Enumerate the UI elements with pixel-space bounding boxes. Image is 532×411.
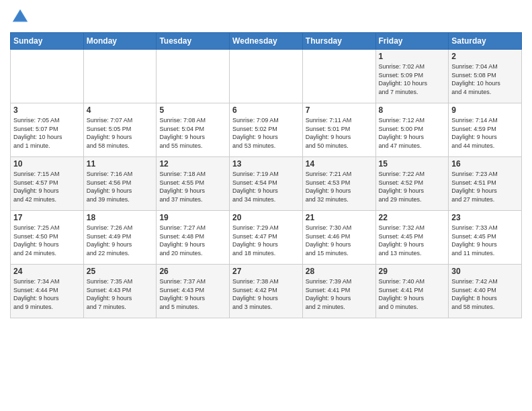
day-info: Sunrise: 7:22 AM Sunset: 4:52 PM Dayligh… bbox=[379, 170, 446, 203]
svg-marker-1 bbox=[13, 11, 27, 21]
day-cell: 25Sunrise: 7:35 AM Sunset: 4:43 PM Dayli… bbox=[83, 265, 157, 318]
day-info: Sunrise: 7:29 AM Sunset: 4:47 PM Dayligh… bbox=[232, 224, 300, 257]
day-number: 11 bbox=[87, 159, 154, 169]
day-cell: 30Sunrise: 7:42 AM Sunset: 4:40 PM Dayli… bbox=[449, 265, 522, 318]
day-number: 19 bbox=[159, 213, 226, 222]
day-cell: 4Sunrise: 7:07 AM Sunset: 5:05 PM Daylig… bbox=[83, 103, 157, 157]
day-number: 15 bbox=[379, 159, 446, 169]
day-info: Sunrise: 7:38 AM Sunset: 4:42 PM Dayligh… bbox=[232, 277, 300, 311]
day-info: Sunrise: 7:42 AM Sunset: 4:40 PM Dayligh… bbox=[451, 277, 519, 311]
day-info: Sunrise: 7:35 AM Sunset: 4:43 PM Dayligh… bbox=[87, 277, 154, 311]
day-number: 2 bbox=[451, 52, 519, 61]
logo-icon bbox=[10, 7, 30, 27]
col-header-thursday: Thursday bbox=[302, 33, 375, 50]
day-number: 23 bbox=[451, 213, 519, 222]
week-row-4: 17Sunrise: 7:25 AM Sunset: 4:50 PM Dayli… bbox=[11, 211, 522, 265]
day-cell: 16Sunrise: 7:23 AM Sunset: 4:51 PM Dayli… bbox=[449, 157, 522, 211]
day-cell bbox=[230, 50, 303, 103]
day-number: 5 bbox=[159, 105, 226, 115]
day-number: 14 bbox=[306, 159, 373, 169]
col-header-tuesday: Tuesday bbox=[157, 33, 230, 50]
day-info: Sunrise: 7:25 AM Sunset: 4:50 PM Dayligh… bbox=[13, 224, 81, 257]
day-cell: 23Sunrise: 7:33 AM Sunset: 4:45 PM Dayli… bbox=[449, 211, 522, 265]
day-number: 25 bbox=[87, 267, 154, 276]
col-header-sunday: Sunday bbox=[11, 33, 84, 50]
week-row-5: 24Sunrise: 7:34 AM Sunset: 4:44 PM Dayli… bbox=[11, 265, 522, 318]
day-number: 12 bbox=[159, 159, 226, 169]
day-number: 28 bbox=[306, 267, 373, 276]
day-number: 1 bbox=[379, 52, 446, 61]
day-cell bbox=[302, 50, 375, 103]
day-info: Sunrise: 7:08 AM Sunset: 5:04 PM Dayligh… bbox=[159, 116, 226, 150]
day-cell bbox=[157, 50, 230, 103]
day-info: Sunrise: 7:27 AM Sunset: 4:48 PM Dayligh… bbox=[159, 224, 226, 257]
day-cell: 13Sunrise: 7:19 AM Sunset: 4:54 PM Dayli… bbox=[230, 157, 303, 211]
day-info: Sunrise: 7:11 AM Sunset: 5:01 PM Dayligh… bbox=[306, 116, 373, 150]
day-cell: 11Sunrise: 7:16 AM Sunset: 4:56 PM Dayli… bbox=[83, 157, 157, 211]
day-info: Sunrise: 7:39 AM Sunset: 4:41 PM Dayligh… bbox=[306, 277, 373, 311]
day-cell: 20Sunrise: 7:29 AM Sunset: 4:47 PM Dayli… bbox=[230, 211, 303, 265]
day-info: Sunrise: 7:40 AM Sunset: 4:41 PM Dayligh… bbox=[379, 277, 446, 311]
day-number: 9 bbox=[451, 105, 519, 115]
day-cell: 17Sunrise: 7:25 AM Sunset: 4:50 PM Dayli… bbox=[11, 211, 84, 265]
day-info: Sunrise: 7:07 AM Sunset: 5:05 PM Dayligh… bbox=[87, 116, 154, 150]
day-cell: 1Sunrise: 7:02 AM Sunset: 5:09 PM Daylig… bbox=[375, 50, 449, 103]
day-cell: 6Sunrise: 7:09 AM Sunset: 5:02 PM Daylig… bbox=[230, 103, 303, 157]
day-number: 26 bbox=[159, 267, 226, 276]
day-cell: 8Sunrise: 7:12 AM Sunset: 5:00 PM Daylig… bbox=[375, 103, 449, 157]
day-number: 21 bbox=[306, 213, 373, 222]
day-number: 7 bbox=[306, 105, 373, 115]
day-info: Sunrise: 7:37 AM Sunset: 4:43 PM Dayligh… bbox=[159, 277, 226, 311]
week-row-1: 1Sunrise: 7:02 AM Sunset: 5:09 PM Daylig… bbox=[11, 50, 522, 103]
day-number: 18 bbox=[87, 213, 154, 222]
day-cell: 19Sunrise: 7:27 AM Sunset: 4:48 PM Dayli… bbox=[157, 211, 230, 265]
day-info: Sunrise: 7:30 AM Sunset: 4:46 PM Dayligh… bbox=[306, 224, 373, 257]
day-cell: 29Sunrise: 7:40 AM Sunset: 4:41 PM Dayli… bbox=[375, 265, 449, 318]
day-number: 10 bbox=[13, 159, 81, 169]
col-header-saturday: Saturday bbox=[449, 33, 522, 50]
col-header-monday: Monday bbox=[83, 33, 157, 50]
day-info: Sunrise: 7:15 AM Sunset: 4:57 PM Dayligh… bbox=[13, 170, 81, 203]
day-info: Sunrise: 7:21 AM Sunset: 4:53 PM Dayligh… bbox=[306, 170, 373, 203]
day-number: 24 bbox=[13, 267, 81, 276]
day-number: 8 bbox=[379, 105, 446, 115]
day-info: Sunrise: 7:05 AM Sunset: 5:07 PM Dayligh… bbox=[13, 116, 81, 150]
day-cell: 3Sunrise: 7:05 AM Sunset: 5:07 PM Daylig… bbox=[11, 103, 84, 157]
col-header-wednesday: Wednesday bbox=[230, 33, 303, 50]
day-cell: 26Sunrise: 7:37 AM Sunset: 4:43 PM Dayli… bbox=[157, 265, 230, 318]
day-cell: 15Sunrise: 7:22 AM Sunset: 4:52 PM Dayli… bbox=[375, 157, 449, 211]
day-cell: 7Sunrise: 7:11 AM Sunset: 5:01 PM Daylig… bbox=[302, 103, 375, 157]
day-cell: 5Sunrise: 7:08 AM Sunset: 5:04 PM Daylig… bbox=[157, 103, 230, 157]
day-number: 22 bbox=[379, 213, 446, 222]
day-info: Sunrise: 7:32 AM Sunset: 4:45 PM Dayligh… bbox=[379, 224, 446, 257]
day-info: Sunrise: 7:18 AM Sunset: 4:55 PM Dayligh… bbox=[159, 170, 226, 203]
day-number: 3 bbox=[13, 105, 81, 115]
day-cell: 10Sunrise: 7:15 AM Sunset: 4:57 PM Dayli… bbox=[11, 157, 84, 211]
day-info: Sunrise: 7:14 AM Sunset: 4:59 PM Dayligh… bbox=[451, 116, 519, 150]
day-cell: 12Sunrise: 7:18 AM Sunset: 4:55 PM Dayli… bbox=[157, 157, 230, 211]
week-row-2: 3Sunrise: 7:05 AM Sunset: 5:07 PM Daylig… bbox=[11, 103, 522, 157]
day-number: 20 bbox=[232, 213, 300, 222]
day-number: 16 bbox=[451, 159, 519, 169]
day-info: Sunrise: 7:09 AM Sunset: 5:02 PM Dayligh… bbox=[232, 116, 300, 150]
day-cell bbox=[11, 50, 84, 103]
day-number: 17 bbox=[13, 213, 81, 222]
day-cell bbox=[83, 50, 157, 103]
day-cell: 18Sunrise: 7:26 AM Sunset: 4:49 PM Dayli… bbox=[83, 211, 157, 265]
day-info: Sunrise: 7:02 AM Sunset: 5:09 PM Dayligh… bbox=[379, 62, 446, 96]
day-info: Sunrise: 7:16 AM Sunset: 4:56 PM Dayligh… bbox=[87, 170, 154, 203]
day-cell: 28Sunrise: 7:39 AM Sunset: 4:41 PM Dayli… bbox=[302, 265, 375, 318]
week-row-3: 10Sunrise: 7:15 AM Sunset: 4:57 PM Dayli… bbox=[11, 157, 522, 211]
day-number: 13 bbox=[232, 159, 300, 169]
day-info: Sunrise: 7:12 AM Sunset: 5:00 PM Dayligh… bbox=[379, 116, 446, 150]
logo bbox=[10, 7, 33, 27]
day-info: Sunrise: 7:33 AM Sunset: 4:45 PM Dayligh… bbox=[451, 224, 519, 257]
day-cell: 22Sunrise: 7:32 AM Sunset: 4:45 PM Dayli… bbox=[375, 211, 449, 265]
day-info: Sunrise: 7:04 AM Sunset: 5:08 PM Dayligh… bbox=[451, 62, 519, 96]
day-cell: 14Sunrise: 7:21 AM Sunset: 4:53 PM Dayli… bbox=[302, 157, 375, 211]
header bbox=[10, 7, 522, 27]
day-number: 6 bbox=[232, 105, 300, 115]
day-cell: 9Sunrise: 7:14 AM Sunset: 4:59 PM Daylig… bbox=[449, 103, 522, 157]
day-cell: 21Sunrise: 7:30 AM Sunset: 4:46 PM Dayli… bbox=[302, 211, 375, 265]
page: SundayMondayTuesdayWednesdayThursdayFrid… bbox=[0, 0, 532, 411]
